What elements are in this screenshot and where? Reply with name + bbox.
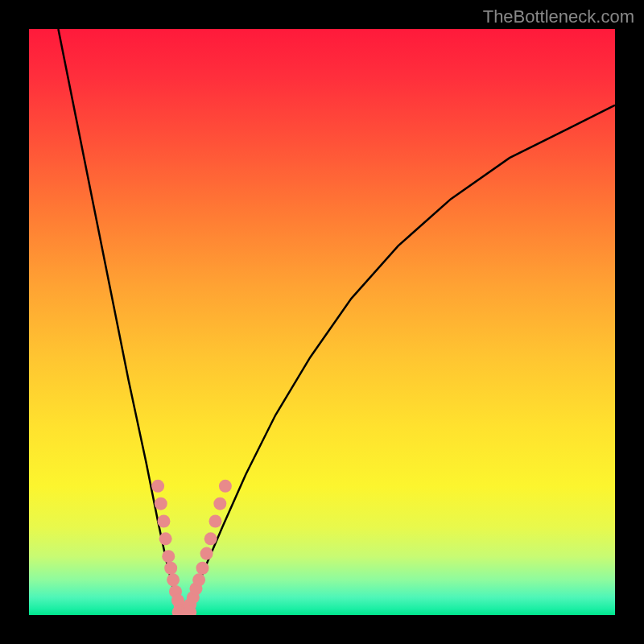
chart-plot-area bbox=[29, 29, 615, 615]
watermark-text: TheBottleneck.com bbox=[483, 6, 634, 27]
data-marker bbox=[162, 550, 175, 563]
data-marker bbox=[157, 515, 170, 528]
data-marker bbox=[213, 497, 226, 510]
right-curve bbox=[184, 105, 615, 615]
data-marker bbox=[196, 562, 208, 575]
data-marker bbox=[219, 480, 232, 493]
chart-svg bbox=[29, 29, 615, 615]
data-marker bbox=[192, 573, 205, 586]
data-marker bbox=[209, 515, 222, 528]
data-marker bbox=[200, 547, 213, 560]
data-marker bbox=[159, 532, 172, 545]
data-marker bbox=[167, 573, 180, 586]
data-marker bbox=[155, 497, 167, 510]
data-marker bbox=[151, 480, 164, 493]
data-marker bbox=[204, 532, 217, 545]
data-marker bbox=[164, 562, 177, 575]
